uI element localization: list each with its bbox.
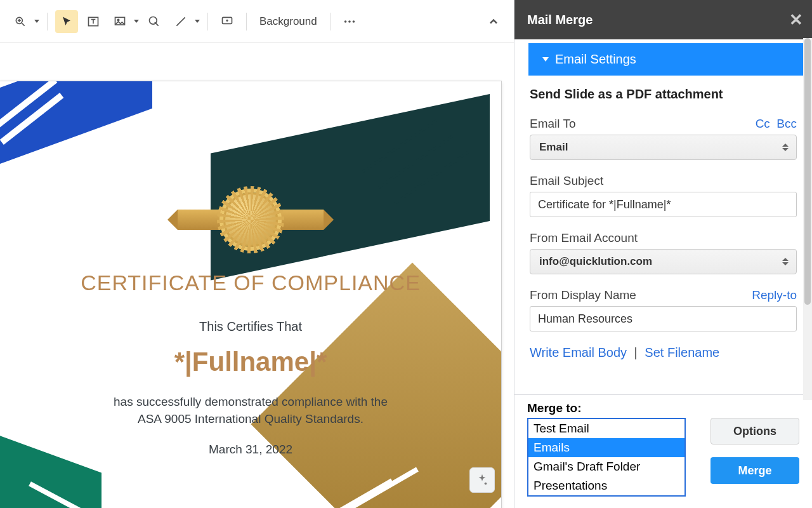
svg-point-15 [485,483,487,485]
chevron-down-icon [542,57,549,62]
comment-tool[interactable] [216,10,239,33]
sort-icon [782,144,789,151]
panel-title: Mail Merge [527,13,593,27]
select-tool[interactable] [55,10,78,33]
write-email-body-link[interactable]: Write Email Body [530,345,627,359]
shape-tool[interactable] [143,10,166,33]
line-dropdown[interactable] [169,10,200,33]
toolbar: Background [0,0,514,43]
bcc-link[interactable]: Bcc [776,117,797,130]
email-subject-input[interactable] [530,192,797,217]
close-icon[interactable]: ✕ [789,10,803,30]
from-account-label: From Email Account [530,231,638,245]
separator [330,13,331,30]
svg-line-8 [176,17,185,25]
merge-button[interactable]: Merge [710,457,799,484]
email-to-label: Email To [530,117,576,131]
display-name-label: From Display Name [530,288,636,302]
sort-icon [782,258,789,265]
scrollbar-thumb[interactable] [804,38,811,305]
reply-to-link[interactable]: Reply-to [752,288,797,302]
certificate-body: has successfully demonstrated compliance… [19,394,482,427]
email-subject-label: Email Subject [530,174,603,188]
merge-to-listbox[interactable]: Test EmailEmailsGmail's Draft FolderPres… [527,418,686,497]
section-heading: Send Slide as a PDF attachment [530,87,797,102]
chevron-down-icon [134,20,139,23]
merge-option[interactable]: Test Email [528,419,684,438]
zoom-dropdown[interactable] [9,10,39,33]
certificate-date: March 31, 2022 [19,443,482,457]
image-dropdown[interactable] [108,10,139,33]
set-filename-link[interactable]: Set Filename [645,345,719,359]
merge-option[interactable]: Presentations [528,476,684,495]
accordion-label: Email Settings [555,52,636,67]
slide[interactable]: CERTIFICATE OF COMPLIANCE This Certifies… [0,81,501,508]
email-settings-accordion[interactable]: Email Settings [528,43,806,76]
explore-button[interactable] [469,467,495,493]
panel-footer: Merge to: Test EmailEmailsGmail's Draft … [514,394,812,508]
line-icon [169,10,192,33]
background-button[interactable]: Background [254,15,322,28]
chevron-down-icon [34,20,39,23]
merge-option[interactable]: Emails [528,438,684,457]
from-account-dropdown[interactable]: info@quicklution.com [530,249,797,274]
more-tools[interactable] [338,10,361,33]
mail-merge-panel: Mail Merge ✕ Email Settings Send Slide a… [514,0,812,508]
image-icon [108,10,131,33]
display-name-input[interactable] [530,306,797,331]
medal-graphic [178,192,324,247]
svg-point-6 [117,19,119,21]
separator [47,13,48,30]
svg-point-13 [348,20,351,23]
panel-header: Mail Merge ✕ [514,0,812,39]
cc-link[interactable]: Cc [756,117,770,130]
certificate-name-field: *|Fullname|* [19,347,482,377]
chevron-down-icon [195,20,200,23]
separator [246,13,247,30]
svg-point-14 [352,20,355,23]
merge-to-label: Merge to: [527,401,799,415]
svg-point-12 [344,20,346,23]
separator [207,13,208,30]
textbox-tool[interactable] [82,10,105,33]
merge-option[interactable]: Gmail's Draft Folder [528,457,684,476]
certificate-subtitle: This Certifies That [19,319,482,334]
zoom-icon [9,10,32,33]
canvas[interactable]: CERTIFICATE OF COMPLIANCE This Certifies… [0,43,514,508]
options-button[interactable]: Options [710,418,799,444]
certificate-text: CERTIFICATE OF COMPLIANCE This Certifies… [0,271,501,457]
collapse-toolbar[interactable] [482,10,505,33]
email-to-dropdown[interactable]: Email [530,135,797,160]
svg-line-1 [22,23,25,25]
panel-body: Send Slide as a PDF attachment Email To … [514,76,812,394]
certificate-title: CERTIFICATE OF COMPLIANCE [19,271,482,295]
scrollbar[interactable] [803,38,812,400]
